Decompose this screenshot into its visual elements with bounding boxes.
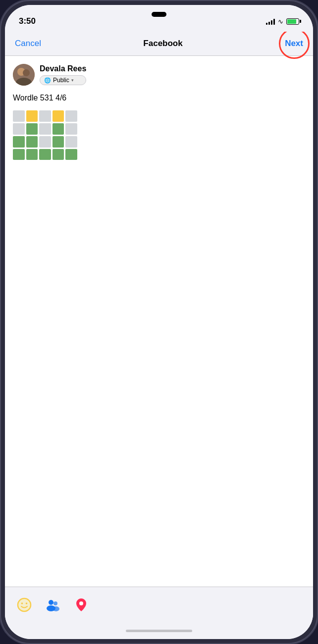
bottom-toolbar — [5, 587, 313, 622]
screen: 3:50 ∿ Cancel Facebook — [5, 5, 313, 639]
page-title: Facebook — [143, 39, 182, 49]
wordle-cell — [13, 110, 25, 122]
svg-point-6 — [21, 602, 23, 604]
post-text: Wordle 531 4/6 — [13, 93, 305, 103]
wordle-cell — [39, 110, 51, 122]
wordle-cell — [53, 110, 64, 122]
wordle-cell — [53, 136, 64, 148]
wordle-cell — [13, 123, 25, 135]
wordle-cell — [65, 110, 77, 122]
signal-icon — [266, 18, 275, 25]
tag-people-button[interactable] — [46, 597, 60, 612]
status-icons: ∿ — [266, 18, 299, 25]
user-name: Devala Rees — [40, 64, 86, 73]
user-info: Devala Rees 🌐 Public ▾ — [40, 64, 86, 85]
wordle-cell — [39, 136, 51, 148]
wordle-cell — [53, 123, 64, 135]
wordle-cell — [13, 149, 25, 160]
cancel-button[interactable]: Cancel — [15, 39, 41, 49]
wordle-cell — [26, 110, 38, 122]
post-composer: Devala Rees 🌐 Public ▾ Wordle 531 4/6 — [5, 56, 313, 587]
wordle-cell — [26, 123, 38, 135]
wordle-cell — [39, 123, 51, 135]
next-button[interactable]: Next — [285, 39, 303, 49]
status-time: 3:50 — [19, 16, 36, 26]
svg-point-12 — [79, 601, 83, 605]
phone-frame: 3:50 ∿ Cancel Facebook — [0, 0, 318, 644]
home-bar — [126, 630, 192, 632]
svg-point-9 — [53, 601, 57, 605]
nav-bar: Cancel Facebook Next — [5, 32, 313, 56]
audience-selector[interactable]: 🌐 Public ▾ — [40, 75, 86, 85]
wordle-cell — [65, 136, 77, 148]
svg-point-2 — [23, 69, 30, 76]
wordle-cell — [53, 149, 64, 160]
battery-icon — [286, 18, 299, 25]
wordle-cell — [39, 149, 51, 160]
user-row: Devala Rees 🌐 Public ▾ — [13, 64, 305, 86]
location-icon — [74, 597, 88, 612]
wordle-cell — [26, 149, 38, 160]
chevron-down-icon: ▾ — [71, 78, 74, 83]
dynamic-island — [152, 12, 166, 17]
avatar-image — [13, 64, 35, 86]
svg-point-11 — [53, 606, 59, 611]
next-button-wrapper: Next — [285, 39, 303, 49]
wordle-cell — [26, 136, 38, 148]
wordle-grid — [13, 110, 77, 160]
app-content: Cancel Facebook Next — [5, 32, 313, 622]
home-indicator — [5, 622, 313, 639]
tag-people-icon — [46, 597, 60, 612]
location-button[interactable] — [74, 597, 88, 612]
globe-icon: 🌐 — [44, 77, 51, 84]
svg-point-5 — [18, 598, 31, 611]
wifi-icon: ∿ — [278, 18, 283, 25]
audience-label: Public — [53, 77, 69, 84]
svg-point-8 — [49, 600, 53, 605]
svg-point-7 — [26, 602, 28, 604]
emoji-icon — [17, 597, 32, 612]
wordle-cell — [65, 149, 77, 160]
emoji-button[interactable] — [17, 597, 32, 612]
wordle-cell — [13, 136, 25, 148]
status-bar: 3:50 ∿ — [5, 5, 313, 32]
avatar — [13, 64, 35, 86]
wordle-cell — [65, 123, 77, 135]
